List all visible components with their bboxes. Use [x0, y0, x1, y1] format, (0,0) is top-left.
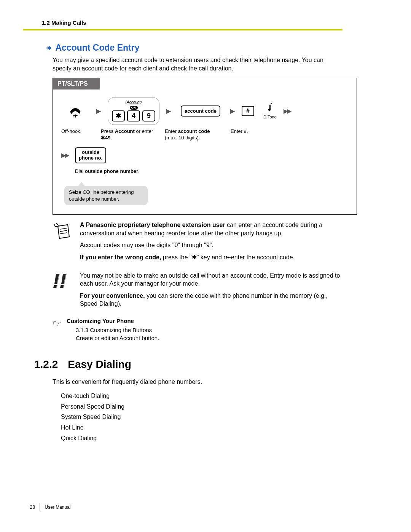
caption-press: Press Account or enter ✱49. [101, 128, 158, 141]
caption-offhook: Off-hook. [61, 128, 94, 141]
list-item: Quick Dialing [61, 434, 342, 443]
key-9: 9 [142, 110, 155, 121]
note-text: A Panasonic proprietary telephone extens… [80, 221, 342, 265]
note-icon [53, 221, 73, 265]
breadcrumb: 1.2 Making Calls [42, 19, 342, 27]
footer-divider [40, 503, 40, 511]
account-button-label: (Account) [126, 100, 142, 105]
arrow-icon: ▶ [230, 107, 235, 115]
key-4: 4 [127, 110, 140, 121]
step-account-code: account code [178, 105, 223, 117]
section-title-row: Account Code Entry [44, 42, 342, 54]
or-label: OR [130, 106, 138, 110]
note-block: A Panasonic proprietary telephone extens… [53, 221, 342, 265]
key-sequence-49: ✱ 4 9 [112, 110, 155, 121]
list-item: Personal Speed Dialing [61, 403, 342, 411]
list-item: One-touch Dialing [61, 392, 342, 400]
warning-block: !! You may not be able to make an outsid… [53, 272, 342, 312]
dtone-label: D.Tone [263, 114, 277, 120]
caption-row-1: Off-hook. Press Account or enter ✱49. En… [53, 128, 357, 145]
step-hash: # [242, 106, 254, 117]
easy-dialing-list: One-touch Dialing Personal Speed Dialing… [61, 392, 342, 442]
diagram-tab: PT/SLT/PS [53, 78, 100, 89]
hash-key: # [242, 106, 254, 117]
step-outside-no: outsidephone no. Dial outside phone numb… [75, 147, 140, 174]
step-dtone: D.Tone [263, 102, 277, 120]
section-title: Account Code Entry [55, 43, 139, 53]
flow-row-2: ▶▶ outsidephone no. Dial outside phone n… [53, 145, 357, 177]
list-item: System Speed Dialing [61, 413, 342, 421]
music-note-icon [266, 102, 274, 113]
section-heading-easy-dialing: 1.2.2Easy Dialing [34, 357, 342, 372]
arrow-icon: ▶ [96, 107, 101, 115]
caption-dial: Dial outside phone number. [75, 168, 140, 175]
page-number: 28 [30, 504, 35, 511]
pointing-hand-icon: ☞ [53, 317, 61, 331]
list-item: Hot Line [61, 423, 342, 432]
arrow-icon: ▶ [166, 107, 171, 115]
double-arrow-icon: ▶▶ [284, 107, 290, 115]
flow-row-1: ▶ (Account) OR ✱ 4 9 ▶ account code ▶ # … [53, 89, 357, 128]
reference-block: ☞ Customizing Your Phone 3.1.3 Customizi… [53, 317, 342, 342]
section-intro: You may give a specified account code to… [53, 56, 342, 72]
key-star: ✱ [112, 110, 125, 121]
header-rule [23, 29, 342, 30]
caption-hash: Enter #. [231, 128, 261, 141]
reference-text: Customizing Your Phone 3.1.3 Customizing… [67, 317, 159, 342]
footer-label: User Manual [45, 504, 70, 510]
warning-text: You may not be able to make an outside c… [80, 272, 342, 312]
step-offhook [61, 102, 89, 120]
account-code-box: account code [181, 105, 220, 117]
procedure-diagram: PT/SLT/PS ▶ (Account) OR ✱ 4 9 ▶ account… [53, 78, 357, 215]
diamond-icon [44, 45, 52, 54]
caption-enter-code: Enter account code (max. 10 digits). [165, 128, 224, 141]
page-footer: 28 User Manual [30, 503, 342, 511]
double-arrow-icon: ▶▶ [61, 147, 68, 160]
exclaim-icon: !! [53, 272, 73, 312]
cloud-note: Seize CO line before entering outside ph… [64, 186, 148, 205]
outside-phone-box: outsidephone no. [75, 147, 106, 163]
phone-offhook-icon [67, 102, 84, 120]
easy-dialing-intro: This is convenient for frequently dialed… [53, 378, 342, 386]
step-account-or-49: (Account) OR ✱ 4 9 [108, 97, 159, 125]
